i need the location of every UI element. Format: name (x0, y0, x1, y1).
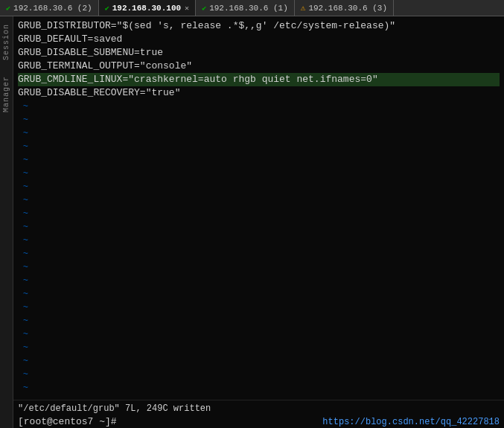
check-icon-tab3: ✔ (202, 4, 206, 13)
tilde-line-24: ~ (18, 328, 500, 341)
tilde-19: ~ (18, 261, 28, 274)
tilde-line-18: ~ (18, 247, 500, 261)
tilde-17: ~ (18, 234, 28, 247)
terminal-line-4: GRUB_TERMINAL_OUTPUT="console" (18, 60, 500, 73)
status-bar: "/etc/default/grub" 7L, 249C written [ro… (13, 400, 504, 428)
tilde-line-21: ~ (18, 287, 500, 301)
tilde-line-17: ~ (18, 234, 500, 247)
tilde-13: ~ (18, 180, 28, 194)
main-layout: Session Manager GRUB_DISTRIBUTOR="$(sed … (0, 16, 504, 428)
tilde-line-11: ~ (18, 153, 500, 167)
tilde-line-7: ~ (18, 100, 500, 113)
status-line2: [root@centos7 ~]# https://blog.csdn.net/… (18, 415, 500, 428)
terminal-line-5: GRUB_CMDLINE_LINUX="crashkernel=auto rhg… (18, 73, 500, 86)
tab2-label: 192.168.30.100 (112, 4, 181, 13)
tilde-9: ~ (18, 127, 28, 140)
tilde-line-28: ~ (18, 381, 500, 395)
tilde-line-15: ~ (18, 207, 500, 220)
tilde-line-10: ~ (18, 140, 500, 153)
tilde-25: ~ (18, 341, 28, 354)
tilde-line-23: ~ (18, 314, 500, 328)
tilde-line-27: ~ (18, 368, 500, 381)
url-link[interactable]: https://blog.csdn.net/qq_42227818 (322, 417, 500, 427)
tilde-10: ~ (18, 140, 28, 153)
tab-192-168-30-6-3[interactable]: ⚠ 192.168.30.6 (3) (295, 0, 394, 16)
sidebar: Session Manager (0, 16, 13, 428)
terminal-line-6: GRUB_DISABLE_RECOVERY="true" (18, 86, 500, 100)
tilde-line-12: ~ (18, 167, 500, 180)
tab1-label: 192.168.30.6 (2) (13, 4, 92, 13)
tilde-27: ~ (18, 368, 28, 381)
terminal[interactable]: GRUB_DISTRIBUTOR="$(sed 's, release .*$,… (13, 16, 504, 428)
tab4-label: 192.168.30.6 (3) (308, 4, 387, 13)
tilde-line-9: ~ (18, 127, 500, 140)
line-content-2: GRUB_DEFAULT=saved (18, 33, 122, 46)
tilde-20: ~ (18, 274, 28, 287)
tilde-28: ~ (18, 381, 28, 395)
line-content-3: GRUB_DISABLE_SUBMENU=true (18, 46, 163, 60)
check-icon-tab1: ✔ (6, 4, 10, 13)
tab-192-168-30-6-1[interactable]: ✔ 192.168.30.6 (1) (196, 0, 295, 16)
status-message: "/etc/default/grub" 7L, 249C written (18, 402, 500, 415)
tilde-line-14: ~ (18, 194, 500, 207)
tab3-label: 192.168.30.6 (1) (209, 4, 288, 13)
terminal-prompt: [root@centos7 ~]# (18, 415, 117, 428)
terminal-line-1: GRUB_DISTRIBUTOR="$(sed 's, release .*$,… (18, 19, 500, 33)
sidebar-manager-label: Manager (2, 76, 10, 112)
sidebar-session-label: Session (2, 24, 10, 60)
tilde-16: ~ (18, 220, 28, 234)
tilde-26: ~ (18, 354, 28, 368)
tilde-14: ~ (18, 194, 28, 207)
tab-192-168-30-100[interactable]: ✔ 192.168.30.100 ✕ (99, 0, 196, 16)
tilde-7: ~ (18, 100, 28, 113)
tilde-12: ~ (18, 167, 28, 180)
tilde-line-25: ~ (18, 341, 500, 354)
line-content-1: GRUB_DISTRIBUTOR="$(sed 's, release .*$,… (18, 19, 395, 33)
line-content-4: GRUB_TERMINAL_OUTPUT="console" (18, 60, 192, 73)
tilde-15: ~ (18, 207, 28, 220)
tilde-line-20: ~ (18, 274, 500, 287)
tilde-line-26: ~ (18, 354, 500, 368)
tilde-21: ~ (18, 287, 28, 301)
terminal-line-3: GRUB_DISABLE_SUBMENU=true (18, 46, 500, 60)
tilde-23: ~ (18, 314, 28, 328)
check-icon-tab2: ✔ (105, 4, 109, 13)
tilde-18: ~ (18, 247, 28, 261)
warn-icon-tab4: ⚠ (301, 3, 306, 13)
tilde-line-16: ~ (18, 220, 500, 234)
tilde-22: ~ (18, 301, 28, 314)
tilde-line-8: ~ (18, 113, 500, 127)
tab-bar: ✔ 192.168.30.6 (2) ✔ 192.168.30.100 ✕ ✔ … (0, 0, 504, 16)
tab2-close-button[interactable]: ✕ (185, 4, 189, 13)
tilde-line-22: ~ (18, 301, 500, 314)
tilde-8: ~ (18, 113, 28, 127)
line-content-6: GRUB_DISABLE_RECOVERY="true" (18, 86, 180, 100)
tab-192-168-30-6-2[interactable]: ✔ 192.168.30.6 (2) (0, 0, 99, 16)
tilde-11: ~ (18, 153, 28, 167)
line-content-5: GRUB_CMDLINE_LINUX="crashkernel=auto rhg… (18, 73, 378, 86)
terminal-line-2: GRUB_DEFAULT=saved (18, 33, 500, 46)
tilde-line-13: ~ (18, 180, 500, 194)
tilde-line-19: ~ (18, 261, 500, 274)
tilde-24: ~ (18, 328, 28, 341)
